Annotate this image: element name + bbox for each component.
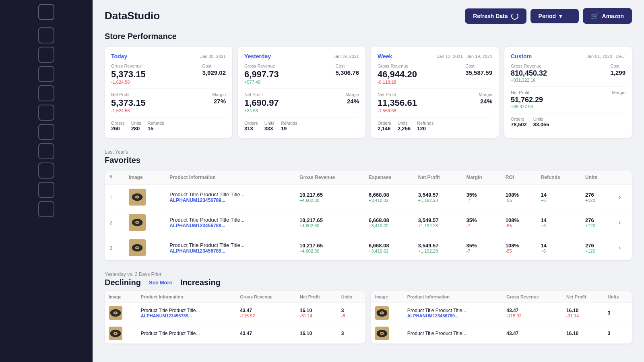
period-button[interactable]: Period [530, 9, 579, 23]
d-units-delta: -8 [341, 313, 361, 318]
row-action[interactable]: › [614, 185, 632, 210]
sidebar-item-2[interactable] [38, 47, 54, 63]
d-product-sku[interactable]: ALPHANUM123456789... [407, 313, 498, 318]
row-action[interactable]: › [614, 210, 632, 235]
gross-revenue-change-week: -8,118.28 [378, 80, 417, 84]
d-profit-val: 16.10 [566, 331, 600, 336]
table-row: 1 Product Title Product Title Title... A… [105, 185, 632, 210]
margin-label-custom: Margin [612, 90, 625, 95]
net-profit-yesterday: 1,690.97 [244, 98, 279, 108]
i-col-product: Product Information [403, 291, 502, 303]
sidebar-item-7[interactable] [38, 143, 54, 159]
period-label: Period [539, 13, 556, 19]
margin-week: 24% [479, 98, 492, 105]
perf-period-custom: Custom [511, 53, 532, 60]
d-row-profit: 16.10 [296, 323, 337, 344]
row-product-info: Product Title Product Title Title... ALP… [165, 235, 295, 261]
net-profit-label-week: Net Profit [378, 92, 417, 97]
row-units: 276 +120 [580, 185, 614, 210]
sidebar-item-1[interactable] [38, 27, 54, 43]
orders-label-today: Orders [111, 121, 125, 125]
d-product-sku[interactable]: ALPHANUM123456789... [141, 313, 232, 318]
cost-custom: 1,299 [610, 69, 625, 76]
gross-revenue-today: 5,373.15 [111, 69, 146, 80]
i-col-units: Units [604, 291, 632, 303]
units-week: 2,256 [398, 125, 411, 132]
refresh-icon [511, 12, 518, 20]
cost-label-custom: Cost [610, 64, 625, 68]
refresh-data-button[interactable]: Refresh Data [465, 8, 526, 24]
col-gross-revenue: Gross Revenue [295, 171, 364, 185]
perf-period-week: Week [378, 53, 392, 60]
perf-date-custom: Jan 01, 2020 - De... [586, 54, 625, 59]
perf-period-yesterday: Yesterday [244, 53, 271, 60]
sidebar-item-5[interactable] [38, 105, 54, 121]
row-gross-revenue: 10,217.65 +4,602.30 [295, 185, 364, 210]
units-delta: +120 [585, 198, 609, 203]
d-row-image [105, 323, 137, 344]
row-action-icon[interactable]: › [619, 244, 621, 251]
net-profit-delta: +1,192.28 [418, 223, 457, 228]
product-title: Product Title Product Title Title... [169, 242, 290, 248]
row-roi: 108% -55 [501, 185, 536, 210]
row-action-icon[interactable]: › [619, 193, 621, 200]
row-action[interactable]: › [614, 235, 632, 261]
sidebar-item-8[interactable] [38, 162, 54, 179]
row-roi: 108% -55 [501, 235, 536, 261]
table-row: 2 Product Title Product Title Title... A… [105, 210, 632, 235]
see-more-link[interactable]: See More [149, 280, 172, 286]
d-product-thumbnail [375, 327, 389, 340]
d-row-units: 3 [604, 303, 632, 323]
margin-value: 35% [466, 192, 496, 198]
orders-today: 260 [111, 125, 125, 132]
declining-card: Image Product Information Gross Revenue … [105, 291, 365, 343]
d-revenue-val: 43.47 [506, 331, 558, 336]
refunds-label-week: Refunds [417, 121, 433, 125]
product-sku[interactable]: ALPHANUM123456789... [169, 197, 290, 203]
declining-increasing-section: Yesterday vs. 2 Days Prior Declining See… [105, 272, 632, 343]
margin-label-week: Margin [479, 92, 492, 97]
col-refunds: Refunds [536, 171, 580, 185]
row-action-icon[interactable]: › [619, 219, 621, 226]
sidebar-logo[interactable] [38, 4, 54, 20]
perf-period-today: Today [111, 53, 127, 60]
expenses-delta: +3,410.02 [369, 223, 409, 228]
roi-delta: -55 [506, 198, 531, 203]
orders-label-custom: Orders [511, 117, 527, 121]
product-sku[interactable]: ALPHANUM123456789... [169, 248, 290, 254]
sidebar-item-9[interactable] [38, 182, 54, 198]
col-units: Units [580, 171, 614, 185]
declining-table: Image Product Information Gross Revenue … [105, 291, 365, 343]
row-num: 2 [105, 210, 124, 235]
refunds-value: 14 [541, 217, 576, 223]
col-num: # [105, 171, 124, 185]
product-sku[interactable]: ALPHANUM123456789... [169, 223, 290, 228]
sidebar-item-6[interactable] [38, 124, 54, 140]
refunds-label-today: Refunds [148, 121, 164, 125]
perf-card-custom: Custom Jan 01, 2020 - De... Gross Revenu… [504, 47, 632, 138]
row-refunds: 14 +6 [536, 210, 580, 235]
sidebar-item-4[interactable] [38, 85, 54, 101]
orders-yesterday: 313 [244, 125, 258, 132]
d-profit-delta: -31.14 [566, 313, 600, 318]
sidebar-item-3[interactable] [38, 66, 54, 82]
row-image [124, 210, 165, 235]
favorites-section: Last Year's Favorites # Image Product In… [105, 149, 632, 260]
app-title: DataStudio [105, 10, 160, 22]
sidebar-item-10[interactable] [38, 201, 54, 217]
refunds-value: 14 [541, 192, 576, 198]
d-row-product: Product Title Product Title... [403, 323, 502, 344]
row-net-profit: 3,549.57 +1,192.28 [413, 235, 462, 261]
declining-section-label: Yesterday vs. 2 Days Prior [105, 272, 632, 277]
cost-today: 3,929.02 [202, 69, 226, 76]
orders-custom: 78,502 [511, 121, 527, 128]
favorites-section-label: Last Year's [105, 149, 632, 155]
d-product-thumbnail [109, 327, 122, 340]
units-today: 280 [131, 125, 141, 132]
refunds-label-yesterday: Refunds [281, 121, 297, 125]
gross-revenue-week: 46,944.20 [378, 69, 417, 80]
product-title: Product Title Product Title Title... [169, 191, 290, 197]
amazon-button[interactable]: 🛒 Amazon [583, 8, 632, 24]
header: DataStudio Refresh Data Period 🛒 Amazon [105, 8, 632, 24]
row-num: 3 [105, 235, 124, 261]
